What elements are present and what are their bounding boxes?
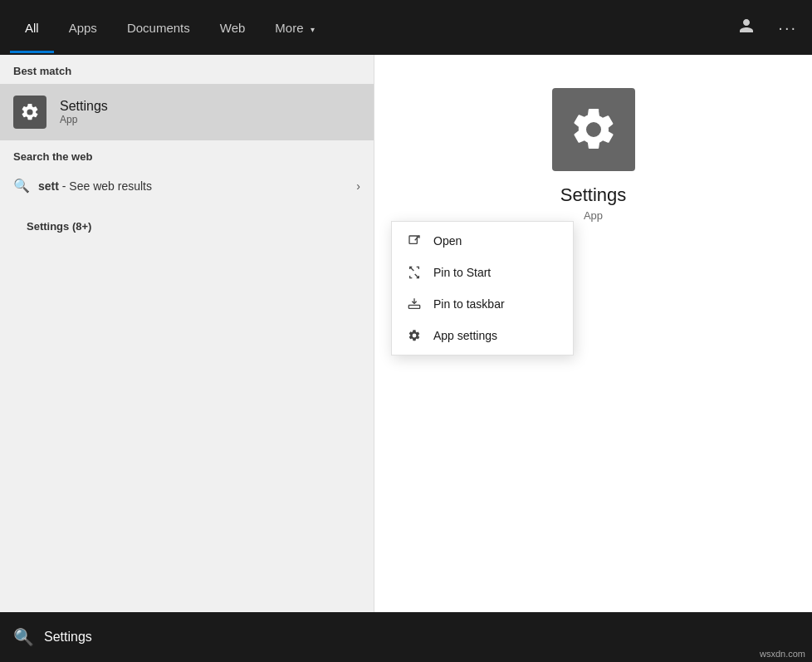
context-menu-app-settings[interactable]: App settings xyxy=(392,320,573,351)
search-web-suffix: - See web results xyxy=(59,179,152,193)
left-panel: Best match Settings App Search the web 🔍… xyxy=(0,55,374,612)
top-nav-bar: All Apps Documents Web More ▾ ··· xyxy=(0,0,812,55)
tab-more-label: More xyxy=(275,21,303,35)
app-type-large: App xyxy=(584,209,603,222)
bottom-search-input[interactable] xyxy=(44,630,799,645)
watermark: wsxdn.com xyxy=(760,649,805,659)
tab-apps[interactable]: Apps xyxy=(54,2,112,53)
app-name-large: Settings xyxy=(560,184,627,206)
svg-rect-4 xyxy=(408,305,419,308)
nav-right-actions: ··· xyxy=(733,12,802,43)
app-icon-large xyxy=(552,88,635,171)
tab-documents[interactable]: Documents xyxy=(112,2,205,53)
tab-all[interactable]: All xyxy=(10,2,54,53)
context-menu: Open Pin to Start xyxy=(391,221,574,356)
main-content: Best match Settings App Search the web 🔍… xyxy=(0,55,812,612)
open-label: Open xyxy=(433,234,462,248)
tab-more[interactable]: More ▾ xyxy=(260,2,329,53)
best-match-subtitle: App xyxy=(60,114,108,125)
context-menu-open[interactable]: Open xyxy=(392,225,573,257)
settings-more-section: Settings (8+) xyxy=(0,202,374,244)
bottom-search-icon: 🔍 xyxy=(13,627,34,647)
best-match-text: Settings App xyxy=(60,99,108,125)
chevron-right-icon: › xyxy=(356,179,360,193)
context-menu-pin-taskbar[interactable]: Pin to taskbar xyxy=(392,288,573,320)
open-icon xyxy=(407,233,422,248)
pin-start-label: Pin to Start xyxy=(433,266,491,279)
search-icon: 🔍 xyxy=(13,178,30,194)
tab-apps-label: Apps xyxy=(69,21,97,35)
tab-web[interactable]: Web xyxy=(205,2,261,53)
ellipsis-icon: ··· xyxy=(778,18,797,37)
svg-line-2 xyxy=(410,267,414,271)
pin-taskbar-label: Pin to taskbar xyxy=(433,297,505,311)
pin-start-icon xyxy=(407,265,422,280)
tab-documents-label: Documents xyxy=(127,21,190,35)
search-web-section: Search the web 🔍 sett - See web results … xyxy=(0,140,374,202)
gear-icon xyxy=(407,328,422,343)
more-options-button[interactable]: ··· xyxy=(773,13,802,42)
context-menu-pin-start[interactable]: Pin to Start xyxy=(392,257,573,288)
app-settings-label: App settings xyxy=(433,329,497,342)
chevron-down-icon: ▾ xyxy=(311,25,315,34)
settings-more-label: Settings (8+) xyxy=(13,210,360,239)
best-match-title: Settings xyxy=(60,99,108,114)
search-web-text: sett - See web results xyxy=(38,179,356,193)
settings-best-match-item[interactable]: Settings App xyxy=(0,84,374,140)
nav-tabs: All Apps Documents Web More ▾ xyxy=(10,2,733,53)
person-icon-button[interactable] xyxy=(733,12,760,43)
best-match-label: Best match xyxy=(0,55,374,84)
settings-icon-small xyxy=(13,96,46,129)
svg-line-3 xyxy=(415,274,419,278)
pin-taskbar-icon xyxy=(407,297,422,311)
search-web-label: Search the web xyxy=(0,140,374,169)
tab-all-label: All xyxy=(25,21,39,35)
search-web-item[interactable]: 🔍 sett - See web results › xyxy=(0,169,374,202)
search-query: sett xyxy=(38,179,59,193)
tab-web-label: Web xyxy=(220,21,246,35)
right-panel: Settings App Open xyxy=(374,55,812,612)
bottom-search-bar: 🔍 wsxdn.com xyxy=(0,612,812,662)
